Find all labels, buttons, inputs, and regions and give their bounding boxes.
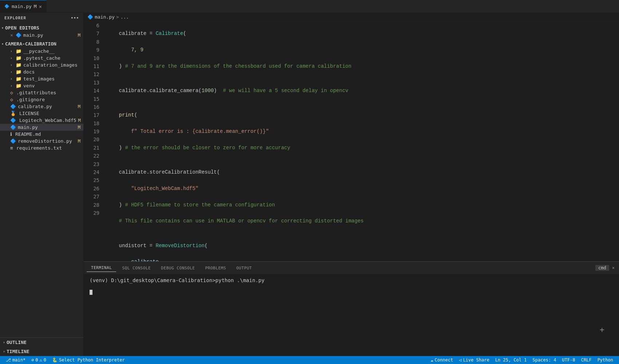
sidebar-item-docs[interactable]: › 📁 docs (0, 68, 83, 75)
breadcrumb-more[interactable]: ... (121, 14, 129, 20)
sidebar-item-requirements[interactable]: ≡ requirements.txt (0, 145, 83, 151)
folder-icon: 📁 (16, 48, 21, 54)
git-branch-label: main* (12, 357, 25, 363)
live-share-icon: ◁ (459, 357, 461, 363)
tab-debug-console[interactable]: DEBUG CONSOLE (157, 264, 199, 272)
project-section: ▾ CAMERA-CALIBRATION › 📁 __pycache__ › 📁… (0, 39, 83, 152)
plus-icon: + (600, 325, 604, 334)
sidebar-item-pytest-cache[interactable]: › 📁 .pytest_cache (0, 55, 83, 62)
close-icon[interactable]: × (10, 32, 13, 38)
warning-icon: ⚠ (40, 357, 42, 363)
sidebar-header: EXPLORER ••• (0, 13, 83, 23)
terminal-tabs: TERMINAL SQL CONSOLE DEBUG CONSOLE PROBL… (84, 262, 619, 274)
folder-name: calibratrion_images (23, 62, 78, 68)
python-interpreter-label: Select Python Interpreter (59, 357, 125, 363)
breadcrumb-file[interactable]: main.py (95, 14, 115, 20)
status-connect[interactable]: ☁ Connect (428, 357, 456, 363)
terminal-container: TERMINAL SQL CONSOLE DEBUG CONSOLE PROBL… (84, 261, 619, 356)
timeline-section[interactable]: › TIMELINE (0, 347, 83, 356)
file-name: Logitech_WebCam.hdf5 (19, 118, 76, 123)
sidebar-title: EXPLORER (4, 16, 26, 20)
tab-modified-badge: M (34, 4, 37, 9)
breadcrumb-icon: 🔷 (87, 14, 93, 20)
tab-terminal[interactable]: TERMINAL (87, 264, 116, 272)
folder-name: venv (23, 83, 35, 88)
folder-icon: 📁 (16, 55, 21, 61)
sidebar-item-gitignore[interactable]: ◇ .gitignore (0, 96, 83, 103)
editor-container: 🔷 main.py > ... 6 7 8 9 10 11 12 13 14 1… (84, 13, 619, 356)
modified-badge: M (78, 33, 80, 38)
sidebar-item-calibrate-py[interactable]: 🔷 calibrate.py M (0, 103, 83, 110)
terminal-close-icon[interactable]: × (611, 265, 616, 270)
status-git-branch[interactable]: ⎇ main* (3, 356, 28, 364)
code-editor[interactable]: 6 7 8 9 10 11 12 13 14 15 16 17 18 19 20… (84, 21, 619, 261)
status-python-interpreter[interactable]: 🐍 Select Python Interpreter (49, 356, 128, 364)
folder-chevron: › (10, 77, 12, 81)
tab-output[interactable]: OUTPUT (232, 264, 256, 272)
python-icon: 🔷 (10, 104, 16, 109)
folder-name: .pytest_cache (23, 55, 60, 61)
tab-problems[interactable]: PROBLEMS (201, 264, 230, 272)
sidebar-item-removedistortion[interactable]: 🔷 removeDistortion.py M (0, 138, 83, 145)
folder-chevron: › (10, 49, 12, 53)
line-numbers: 6 7 8 9 10 11 12 13 14 15 16 17 18 19 20… (84, 21, 104, 261)
status-line-ending[interactable]: CRLF (578, 357, 595, 363)
sidebar-item-calibration-images[interactable]: › 📁 calibratrion_images (0, 62, 83, 68)
file-name: .gitignore (16, 97, 45, 102)
open-editor-item-main-py[interactable]: × 🔷 main.py M (0, 32, 83, 39)
position-label: Ln 25, Col 1 (495, 357, 527, 363)
sidebar-item-test-images[interactable]: › 📁 test_images (0, 75, 83, 82)
sidebar-item-hdf5[interactable]: 🔷 Logitech_WebCam.hdf5 M (0, 117, 83, 124)
sidebar-item-license[interactable]: 🏅 LICENSE (0, 110, 83, 117)
modified-badge: M (78, 125, 80, 130)
txt-icon: ≡ (10, 145, 13, 151)
status-live-share[interactable]: ◁ Live Share (456, 357, 492, 363)
tab-close-button[interactable]: × (39, 4, 42, 9)
file-name: calibrate.py (18, 104, 52, 109)
sidebar-menu-icon[interactable]: ••• (71, 16, 79, 20)
terminal-name: cmd (595, 265, 609, 271)
outline-section[interactable]: › OUTLINE (0, 338, 83, 347)
modified-badge: M (78, 139, 80, 144)
status-language[interactable]: Python (595, 357, 616, 363)
project-header[interactable]: ▾ CAMERA-CALIBRATION (0, 40, 83, 48)
encoding-label: UTF-8 (562, 357, 575, 363)
file-name: LICENSE (19, 111, 39, 116)
file-tree: › 📁 __pycache__ › 📁 .pytest_cache › 📁 ca… (0, 48, 83, 151)
sidebar-item-gitattributes[interactable]: ◇ .gitattributes (0, 89, 83, 96)
sidebar-item-main-py[interactable]: 🔷 main.py M (0, 124, 83, 131)
tab-sql-console[interactable]: SQL CONSOLE (118, 264, 155, 272)
terminal-body[interactable]: (venv) D:\git_desktop\Camera-Calibration… (84, 274, 619, 356)
status-errors[interactable]: ⊘ 0 ⚠ 0 (28, 356, 49, 364)
python-icon: 🔷 (16, 32, 21, 38)
sidebar-item-pycache[interactable]: › 📁 __pycache__ (0, 48, 83, 55)
folder-name: __pycache__ (23, 48, 55, 54)
main-area: EXPLORER ••• ▾ OPEN EDITORS × 🔷 main.py … (0, 13, 619, 356)
folder-chevron: › (10, 56, 12, 60)
tab-main-py[interactable]: 🔷 main.py M × (0, 0, 47, 12)
folder-icon: 📁 (16, 76, 21, 82)
project-chevron: ▾ (1, 42, 4, 46)
breadcrumb-sep: > (116, 14, 119, 20)
outline-chevron: › (3, 340, 5, 344)
file-name: main.py (18, 124, 38, 130)
file-name: README.md (15, 131, 41, 137)
status-encoding[interactable]: UTF-8 (559, 357, 578, 363)
python-file-icon: 🔷 (4, 4, 9, 9)
hdf-icon: 🔷 (10, 118, 16, 123)
git-branch-icon: ⎇ (6, 357, 11, 363)
status-spaces[interactable]: Spaces: 4 (530, 357, 559, 363)
modified-badge: M (78, 104, 80, 109)
code-lines: calibrate = Calibrate( 7, 9 ) # 7 and 9 … (104, 21, 619, 261)
sidebar-item-readme[interactable]: ℹ README.md (0, 131, 83, 138)
language-label: Python (598, 357, 613, 363)
open-editors-label: OPEN EDITORS (5, 25, 39, 31)
python-icon: 🔷 (10, 138, 16, 144)
folder-chevron: › (10, 63, 12, 67)
editor-and-terminal: 6 7 8 9 10 11 12 13 14 15 16 17 18 19 20… (84, 21, 619, 356)
open-editors-header[interactable]: ▾ OPEN EDITORS (0, 24, 83, 32)
sidebar-bottom: › OUTLINE › TIMELINE (0, 337, 83, 356)
sidebar-item-venv[interactable]: › 📁 venv (0, 82, 83, 89)
outline-label: OUTLINE (7, 340, 27, 345)
status-position[interactable]: Ln 25, Col 1 (492, 357, 530, 363)
